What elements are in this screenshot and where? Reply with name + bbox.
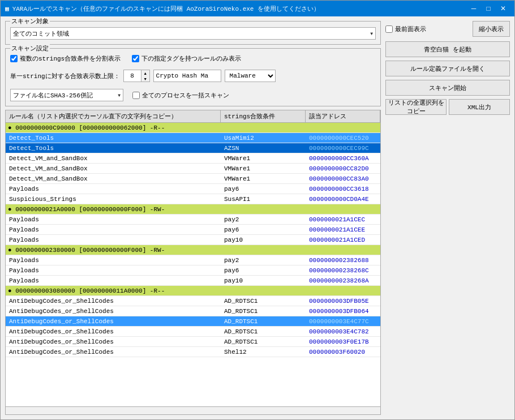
table-row[interactable]: AntiDebugCodes_or_ShellCodesAD_RDTSC1000… xyxy=(6,337,380,347)
scan-target-combo[interactable]: 全てのコミット領域 ▼ xyxy=(10,27,376,40)
cell-addr: 000000000238268C xyxy=(306,267,380,275)
table-row[interactable]: ● 0000000000C90000 [0000000000062000] -R… xyxy=(6,123,380,133)
horizontal-scrollbar[interactable] xyxy=(6,406,380,414)
copy-all-button[interactable]: リストの全選択列をコピー xyxy=(385,99,447,115)
cell-rule: AntiDebugCodes_or_ShellCodes xyxy=(6,338,221,346)
sha-combo[interactable]: ファイル名にSHA3-256併記 ▼ xyxy=(10,89,123,101)
close-button[interactable]: ✕ xyxy=(496,3,510,14)
check1-checkbox[interactable] xyxy=(10,55,18,62)
all-process-row[interactable]: 全てのプロセスを一括スキャン xyxy=(132,91,229,100)
cell-rule: AntiDebugCodes_or_ShellCodes xyxy=(6,307,221,315)
tag-input[interactable] xyxy=(153,70,221,82)
table-row[interactable]: Payloadspay10000000000238268A xyxy=(6,276,380,286)
cell-rule: Detect_Tools xyxy=(6,144,221,152)
cell-strings: AD_RDTSC1 xyxy=(221,338,306,346)
cell-addr: 0000000000CC82D0 xyxy=(306,165,380,173)
table-row[interactable]: Detect_VM_and_SandBoxVMWare10000000000CC… xyxy=(6,174,380,184)
open-rule-button[interactable]: ルール定義ファイルを開く xyxy=(385,61,510,76)
table-row[interactable]: Detect_VM_and_SandBoxVMWare10000000000CC… xyxy=(6,164,380,174)
minimize-button[interactable]: ─ xyxy=(467,3,480,14)
cell-addr: 0000000000CD0A4E xyxy=(306,195,380,203)
col-strings-header: strings合致条件 xyxy=(221,110,306,122)
table-row[interactable]: Payloadspay100000000021A1CED xyxy=(6,235,380,245)
cell-strings: AD_RDTSC1 xyxy=(221,307,306,315)
left-panel: スキャン対象 全てのコミット領域 ▼ スキャン設定 複数のstrings合致条件… xyxy=(5,21,381,415)
start-button[interactable]: 青空白猫 を起動 xyxy=(385,41,510,57)
table-row[interactable]: Payloadspay60000000021A1CEE xyxy=(6,225,380,235)
cell-strings: pay6 xyxy=(221,226,306,234)
xml-output-button[interactable]: XML出力 xyxy=(449,99,510,115)
spin-label: 単一stringに対する合致表示数上限： xyxy=(10,72,120,80)
cell-addr: 0000000021A1CEC xyxy=(306,216,380,224)
main-content: スキャン対象 全てのコミット領域 ▼ スキャン設定 複数のstrings合致条件… xyxy=(1,16,514,419)
check2-checkbox[interactable] xyxy=(132,55,139,62)
cell-strings: pay6 xyxy=(221,267,306,275)
table-row[interactable]: AntiDebugCodes_or_ShellCodesAD_RDTSC1000… xyxy=(6,327,380,337)
all-process-checkbox[interactable] xyxy=(132,92,140,99)
table-body[interactable]: ● 0000000000C90000 [0000000000062000] -R… xyxy=(6,123,380,406)
table-row[interactable]: Suspicious_StringsSusAPI10000000000CD0A4… xyxy=(6,194,380,204)
spin-down[interactable]: ▼ xyxy=(141,76,149,82)
cell-rule: Payloads xyxy=(6,277,221,285)
cell-strings: pay10 xyxy=(221,277,306,285)
check2-row[interactable]: 下の指定タグを持つルールのみ表示 xyxy=(132,54,241,63)
spin-value[interactable] xyxy=(124,72,141,79)
table-row[interactable]: AntiDebugCodes_or_ShellCodesAD_RDTSC1000… xyxy=(6,296,380,306)
cell-strings: AD_RDTSC1 xyxy=(221,318,306,325)
cell-strings: AD_RDTSC1 xyxy=(221,297,306,305)
table-row[interactable]: Detect_VM_and_SandBoxVMWare10000000000CC… xyxy=(6,153,380,164)
table-row[interactable]: Payloadspay20000000021A1CEC xyxy=(6,215,380,225)
cell-addr: 0000000003F0E17B xyxy=(306,338,380,346)
table-row[interactable]: Payloadspay6000000000238268C xyxy=(6,265,380,276)
cell-addr: 000000000238268A xyxy=(306,277,380,285)
scan-target-arrow: ▼ xyxy=(370,31,373,36)
app-icon: ▦ xyxy=(5,5,9,12)
cell-rule: AntiDebugCodes_or_ShellCodes xyxy=(6,318,221,325)
spin-control[interactable]: ▲ ▼ xyxy=(123,70,150,82)
table-row[interactable]: Payloadspay60000000000CC3618 xyxy=(6,184,380,194)
cell-rule: Payloads xyxy=(6,185,221,193)
minimize-display-button[interactable]: 縮小表示 xyxy=(473,21,510,37)
maximize-button[interactable]: □ xyxy=(482,3,495,14)
cell-addr: 0000000021A1CED xyxy=(306,236,380,244)
check1-row[interactable]: 複数のstrings合致条件を分割表示 xyxy=(10,54,121,63)
topmost-row[interactable]: 最前面表示 xyxy=(385,25,426,33)
table-row[interactable]: AntiDebugCodes_or_ShellCodesAD_RDTSC1000… xyxy=(6,306,380,316)
all-process-label: 全てのプロセスを一括スキャン xyxy=(142,91,229,100)
section-label: ● 0000000002380000 [000000000000F000] -R… xyxy=(8,247,165,254)
check1-label: 複数のstrings合致条件を分割表示 xyxy=(20,54,121,63)
tag-select[interactable]: Malware PUP Suspicious All xyxy=(225,70,276,82)
cell-addr: 0000000021A1CEE xyxy=(306,226,380,234)
cell-rule: AntiDebugCodes_or_ShellCodes xyxy=(6,328,221,336)
scan-settings-label: スキャン設定 xyxy=(10,44,50,53)
cell-strings: pay2 xyxy=(221,256,306,264)
cell-addr: 0000000000CC360A xyxy=(306,155,380,162)
cell-addr: 0000000000CC3618 xyxy=(306,185,380,193)
cell-rule: Detect_VM_and_SandBox xyxy=(6,155,221,162)
window-title: YARAルールでスキャン（任意のファイルのスキャンには同梱 AoZoraSiro… xyxy=(12,5,320,13)
cell-rule: AntiDebugCodes_or_ShellCodes xyxy=(6,348,221,356)
table-row[interactable]: AntiDebugCodes_or_ShellCodesShel12000000… xyxy=(6,347,380,357)
table-row[interactable]: AntiDebugCodes_or_ShellCodesAD_RDTSC1000… xyxy=(6,316,380,327)
table-row[interactable]: ● 00000000021A0000 [000000000000F000] -R… xyxy=(6,204,380,215)
table-row[interactable]: Detect_ToolsAZSN0000000000CEC99C xyxy=(6,143,380,153)
section-label: ● 0000000000C90000 [0000000000062000] -R… xyxy=(8,125,165,131)
cell-strings: Shel12 xyxy=(221,348,306,356)
results-table: ルール名（リスト内選択でカーソル直下の文字列をコピー） strings合致条件 … xyxy=(5,110,381,415)
cell-strings: UsaMimi2 xyxy=(221,134,306,142)
table-row[interactable]: ● 0000000003080000 [00000000011A0000] -R… xyxy=(6,286,380,296)
scan-button[interactable]: スキャン開始 xyxy=(385,80,510,96)
cell-strings: pay6 xyxy=(221,185,306,193)
main-window: ▦ YARAルールでスキャン（任意のファイルのスキャンには同梱 AoZoraSi… xyxy=(0,0,515,420)
cell-addr: 0000000003DFB05E xyxy=(306,297,380,305)
cell-strings: VMWare1 xyxy=(221,165,306,173)
section-label: ● 0000000003080000 [00000000011A0000] -R… xyxy=(8,288,165,294)
table-row[interactable]: Detect_ToolsUsaMimi20000000000CEC520 xyxy=(6,133,380,143)
cell-rule: Payloads xyxy=(6,267,221,275)
table-row[interactable]: ● 0000000002380000 [000000000000F000] -R… xyxy=(6,245,380,255)
cell-addr: 0000000003E4C782 xyxy=(306,328,380,336)
cell-rule: Payloads xyxy=(6,256,221,264)
topmost-checkbox[interactable] xyxy=(385,25,393,33)
table-row[interactable]: Payloadspay20000000002382688 xyxy=(6,255,380,265)
spin-up[interactable]: ▲ xyxy=(141,70,149,76)
